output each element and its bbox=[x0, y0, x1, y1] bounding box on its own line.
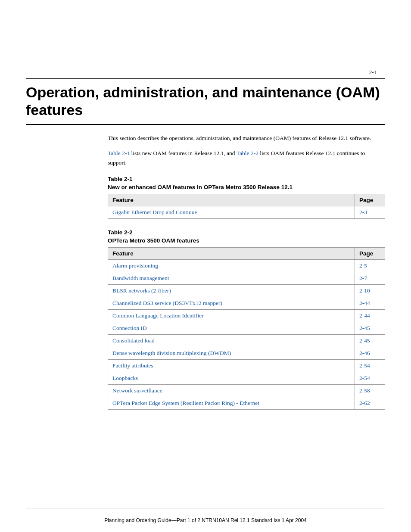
feature-cell: BLSR networks (2-fiber) bbox=[108, 285, 355, 297]
page-cell: 2-54 bbox=[355, 360, 385, 372]
page-cell: 2-44 bbox=[355, 297, 385, 310]
table1-col-feature: Feature bbox=[108, 194, 355, 206]
footer-text: Planning and Ordering Guide—Part 1 of 2 … bbox=[0, 517, 411, 523]
table2: Feature Page Alarm provisioning2-5Bandwi… bbox=[108, 247, 385, 410]
page-cell: 2-46 bbox=[355, 347, 385, 360]
table1-col-page: Page bbox=[355, 194, 385, 206]
table2-ref-link[interactable]: Table 2-2 bbox=[237, 150, 258, 156]
ref-paragraph: Table 2-1 lists new OAM features in Rele… bbox=[108, 149, 385, 167]
page-container: 2-1 Operation, administration, and maint… bbox=[0, 0, 411, 532]
table1-label: Table 2-1 bbox=[108, 176, 385, 182]
page-cell: 2-45 bbox=[355, 335, 385, 347]
page-cell: 2-58 bbox=[355, 385, 385, 397]
table-row: BLSR networks (2-fiber)2-10 bbox=[108, 285, 385, 297]
table1-ref-link[interactable]: Table 2-1 bbox=[108, 150, 130, 156]
chapter-header: Operation, administration, and maintenan… bbox=[0, 84, 411, 125]
feature-cell: Consolidated load bbox=[108, 335, 355, 347]
feature-cell: Connection ID bbox=[108, 322, 355, 335]
page-cell: 2-5 bbox=[355, 260, 385, 272]
feature-cell: Gigabit Ethernet Drop and Continue bbox=[108, 206, 355, 219]
table-row: OPTera Packet Edge System (Resilient Pac… bbox=[108, 397, 385, 410]
page-number-text: 2-1 bbox=[369, 69, 377, 75]
page-cell: 2-7 bbox=[355, 272, 385, 285]
page-cell: 2-44 bbox=[355, 310, 385, 322]
table-row: Facility attributes2-54 bbox=[108, 360, 385, 372]
table2-title: OPTera Metro 3500 OAM features bbox=[108, 237, 385, 244]
feature-cell: Common Language Location Identifier bbox=[108, 310, 355, 322]
page-cell: 2-54 bbox=[355, 372, 385, 385]
feature-cell: Loopbacks bbox=[108, 372, 355, 385]
feature-cell: Facility attributes bbox=[108, 360, 355, 372]
table1-title: New or enhanced OAM features in OPTera M… bbox=[108, 184, 385, 190]
page-number: 2-1 bbox=[0, 0, 411, 76]
table2-col-feature: Feature bbox=[108, 248, 355, 260]
table1-header-row: Feature Page bbox=[108, 194, 385, 206]
feature-cell: Channelized DS3 service (DS3VTx12 mapper… bbox=[108, 297, 355, 310]
intro-paragraph: This section describes the operations, a… bbox=[108, 134, 385, 143]
table2-col-page: Page bbox=[355, 248, 385, 260]
content-area: This section describes the operations, a… bbox=[0, 134, 411, 410]
table-row: Bandwidth management2-7 bbox=[108, 272, 385, 285]
feature-cell: Dense wavelength division multiplexing (… bbox=[108, 347, 355, 360]
footer-rule bbox=[26, 508, 385, 508]
page-cell: 2-3 bbox=[355, 206, 385, 219]
table-row: Network surveillance2-58 bbox=[108, 385, 385, 397]
table-row: Consolidated load2-45 bbox=[108, 335, 385, 347]
table-row: Dense wavelength division multiplexing (… bbox=[108, 347, 385, 360]
table1: Feature Page Gigabit Ethernet Drop and C… bbox=[108, 194, 385, 219]
chapter-title: Operation, administration, and maintenan… bbox=[26, 84, 385, 125]
page-cell: 2-45 bbox=[355, 322, 385, 335]
table-row: Alarm provisioning2-5 bbox=[108, 260, 385, 272]
feature-cell: Alarm provisioning bbox=[108, 260, 355, 272]
page-cell: 2-62 bbox=[355, 397, 385, 410]
title-rule-top bbox=[26, 78, 385, 79]
table-row: Common Language Location Identifier2-44 bbox=[108, 310, 385, 322]
table2-header-row: Feature Page bbox=[108, 248, 385, 260]
table-row: Gigabit Ethernet Drop and Continue2-3 bbox=[108, 206, 385, 219]
table-row: Connection ID2-45 bbox=[108, 322, 385, 335]
table2-label: Table 2-2 bbox=[108, 229, 385, 236]
table-row: Loopbacks2-54 bbox=[108, 372, 385, 385]
feature-cell: OPTera Packet Edge System (Resilient Pac… bbox=[108, 397, 355, 410]
feature-cell: Network surveillance bbox=[108, 385, 355, 397]
table-row: Channelized DS3 service (DS3VTx12 mapper… bbox=[108, 297, 385, 310]
feature-cell: Bandwidth management bbox=[108, 272, 355, 285]
page-cell: 2-10 bbox=[355, 285, 385, 297]
